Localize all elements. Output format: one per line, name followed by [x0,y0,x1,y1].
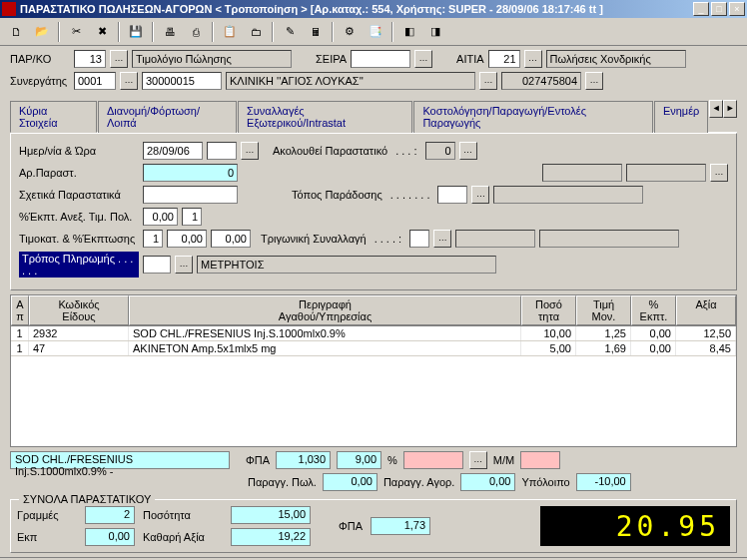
col-qty[interactable]: Ποσό τητα [521,295,576,325]
follow-desc2 [626,164,706,182]
time-input[interactable] [207,142,237,160]
par-ko-desc [132,50,292,68]
totals-box: ΣΥΝΟΛΑ ΠΑΡΑΣΤΑΤΙΚΟΥ Γραμμές 2 Ποσότητα 1… [10,499,737,553]
syn-name-lookup[interactable]: … [479,72,497,90]
date-input[interactable] [143,142,203,160]
ekpt-anex-input[interactable] [143,208,178,226]
trig-label: Τριγωνική Συναλλαγή [261,233,367,245]
tool3-icon[interactable]: ◧ [397,21,421,43]
syn-code-input[interactable] [74,72,116,90]
tab-body: Ημερ/νία & Ώρα … Ακολουθεί Παραστατικό .… [10,133,737,290]
pct-label: % [387,454,397,466]
par-ko-lookup[interactable]: … [110,50,128,68]
parpwl: 0,00 [323,473,377,491]
seira-input[interactable] [351,50,410,68]
net-label: Καθαρή Αξία [143,531,223,543]
syn-afm-input[interactable] [142,72,222,90]
aitia-input[interactable] [488,50,520,68]
grand-total-lcd: 20.95 [540,506,730,546]
totals-legend: ΣΥΝΟΛΑ ΠΑΡΑΣΤΑΤΙΚΟΥ [19,493,155,505]
trig-desc1 [455,230,535,248]
ekpt-anex-label: %Έκπτ. Ανεξ. Τιμ. Πολ. [19,211,139,223]
tab-upd[interactable]: Ενημέρ [654,101,708,133]
col-price[interactable]: Τιμή Μον. [576,295,631,325]
parag: 0,00 [460,473,515,491]
col-code[interactable]: Κωδικός Είδους [29,295,129,325]
title-bar: ΠΑΡΑΣΤΑΤΙΚΟ ΠΩΛΗΣΕΩΝ-ΑΓΟΡΩΝ < Τροποποίησ… [0,0,747,18]
seira-lookup[interactable]: … [414,50,432,68]
tab-scroll-left[interactable]: ◄ [709,100,723,118]
totals-fpa-label: ΦΠΑ [339,520,363,532]
new-icon[interactable]: 🗋 [4,21,28,43]
topos-label: Τόπος Παράδοσης [292,189,382,201]
follow-label: Ακολουθεί Παραστατικό [273,145,387,157]
tool1-icon[interactable]: ⚙ [338,21,362,43]
topos-lookup[interactable]: … [471,186,489,204]
parpwl-label: Παραγγ. Πωλ. [248,476,317,488]
delete-icon[interactable]: ✖ [90,21,114,43]
tab-intra[interactable]: Συναλλαγές Εξωτερικού/Intrastat [238,101,412,133]
syn-lookup[interactable]: … [120,72,138,90]
tab-cost[interactable]: Κοστολόγηση/Παραγωγή/Εντολές Παραγωγής [413,101,652,133]
minimize-button[interactable]: _ [693,2,709,16]
ekpt-anex2-input[interactable] [182,208,202,226]
table-row: 1 47 AKINETON Amp.5x1mlx5 mg 5,00 1,69 0… [11,341,736,356]
topos-input[interactable] [437,186,467,204]
aitia-label: ΑΙΤΙΑ [456,53,484,65]
open-icon[interactable]: 📂 [30,21,54,43]
timokat1-input[interactable] [143,230,163,248]
par-ko-input[interactable] [74,50,106,68]
pink1-btn[interactable]: … [469,451,487,469]
net-val: 19,22 [231,528,311,546]
col-val[interactable]: Αξία [676,295,736,325]
timokat2-input[interactable] [167,230,207,248]
preview-icon[interactable]: ⎙ [184,21,208,43]
tool2-icon[interactable]: 📑 [364,21,387,43]
save-icon[interactable]: 💾 [124,21,148,43]
maximize-button[interactable]: □ [711,2,727,16]
qty-val: 15,00 [231,506,311,524]
tropos-code[interactable] [143,256,171,274]
close-button[interactable]: × [729,2,745,16]
topos-desc [493,186,643,204]
follow-desc1 [542,164,622,182]
timokat3-input[interactable] [211,230,251,248]
calc-icon[interactable]: 🖩 [304,21,328,43]
date-lookup[interactable]: … [241,142,259,160]
parag-label: Παραγγ. Αγορ. [383,476,455,488]
tool4-icon[interactable]: ◨ [423,21,447,43]
arparast-label: Αρ.Παραστ. [19,167,139,179]
qty-label: Ποσότητα [143,509,223,521]
aitia-lookup[interactable]: … [524,50,542,68]
date-label: Ημερ/νία & Ώρα [19,145,139,157]
items-grid: Α π Κωδικός Είδους Περιγραφή Αγαθού/Υπηρ… [10,294,737,447]
tab-scroll-right[interactable]: ► [723,100,737,118]
edit-icon[interactable]: ✎ [278,21,302,43]
print-icon[interactable]: 🖶 [158,21,182,43]
col-ap[interactable]: Α π [11,295,29,325]
tropos-lookup[interactable]: … [175,256,193,274]
lines-label: Γραμμές [17,509,77,521]
folder-icon[interactable]: 🗀 [244,21,268,43]
cut-icon[interactable]: ✂ [64,21,88,43]
tab-main[interactable]: Κύρια Στοιχεία [10,101,97,133]
trig-input[interactable] [409,230,429,248]
aitia-desc [546,50,686,68]
arparast-input[interactable] [143,164,238,182]
syn-phone-btn[interactable]: … [585,72,603,90]
table-row: 1 2932 SOD CHL./FRESENIUS Inj.S.1000mlx0… [11,326,736,341]
tabs: Κύρια Στοιχεία Διανομή/Φόρτωση/Λοιπά Συν… [10,100,737,133]
col-desc[interactable]: Περιγραφή Αγαθού/Υπηρεσίας [129,295,521,325]
ypol-label: Υπόλοιπο [521,476,569,488]
fpa-val: 1,030 [276,451,331,469]
grid-body[interactable]: 1 2932 SOD CHL./FRESENIUS Inj.S.1000mlx0… [11,326,736,446]
trig-lookup[interactable]: … [433,230,451,248]
sxetika-input[interactable] [143,186,238,204]
totals-fpa: 1,73 [371,517,430,535]
tropos-desc [197,256,496,274]
copy-icon[interactable]: 📋 [218,21,242,43]
col-disc[interactable]: % Εκπτ. [631,295,676,325]
follow-desc-btn[interactable]: … [710,164,728,182]
tab-dist[interactable]: Διανομή/Φόρτωση/Λοιπά [98,101,237,133]
follow-lookup[interactable]: … [459,142,477,160]
